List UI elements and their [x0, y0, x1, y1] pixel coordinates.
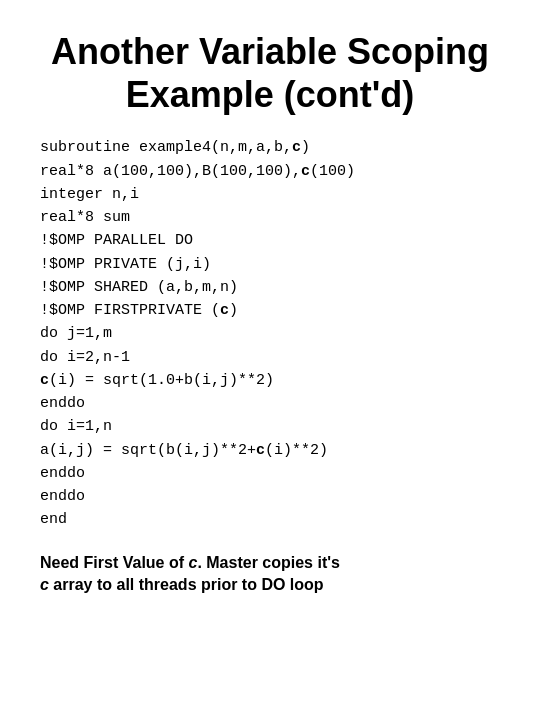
code-line-13: do i=1,n: [40, 415, 500, 438]
page: Another Variable Scoping Example (cont'd…: [0, 0, 540, 720]
code-line-14: a(i,j) = sqrt(b(i,j)**2+c(i)**2): [40, 439, 500, 462]
footer-text: Need First Value of c. Master copies it'…: [40, 552, 500, 597]
code-line-7: !$OMP SHARED (a,b,m,n): [40, 276, 500, 299]
code-line-15: enddo: [40, 462, 500, 485]
code-line-10: do i=2,n-1: [40, 346, 500, 369]
footer-line1: Need First Value of c. Master copies it'…: [40, 554, 340, 571]
code-line-1: subroutine example4(n,m,a,b,c): [40, 136, 500, 159]
code-line-4: real*8 sum: [40, 206, 500, 229]
code-line-3: integer n,i: [40, 183, 500, 206]
code-line-9: do j=1,m: [40, 322, 500, 345]
code-line-8: !$OMP FIRSTPRIVATE (c): [40, 299, 500, 322]
code-block: subroutine example4(n,m,a,b,c) real*8 a(…: [40, 136, 500, 531]
footer-line2: c array to all threads prior to DO loop: [40, 576, 324, 593]
code-line-5: !$OMP PARALLEL DO: [40, 229, 500, 252]
code-line-11: c(i) = sqrt(1.0+b(i,j)**2): [40, 369, 500, 392]
code-line-2: real*8 a(100,100),B(100,100),c(100): [40, 160, 500, 183]
page-title: Another Variable Scoping Example (cont'd…: [40, 30, 500, 116]
code-line-16: enddo: [40, 485, 500, 508]
code-line-17: end: [40, 508, 500, 531]
code-line-12: enddo: [40, 392, 500, 415]
code-line-6: !$OMP PRIVATE (j,i): [40, 253, 500, 276]
